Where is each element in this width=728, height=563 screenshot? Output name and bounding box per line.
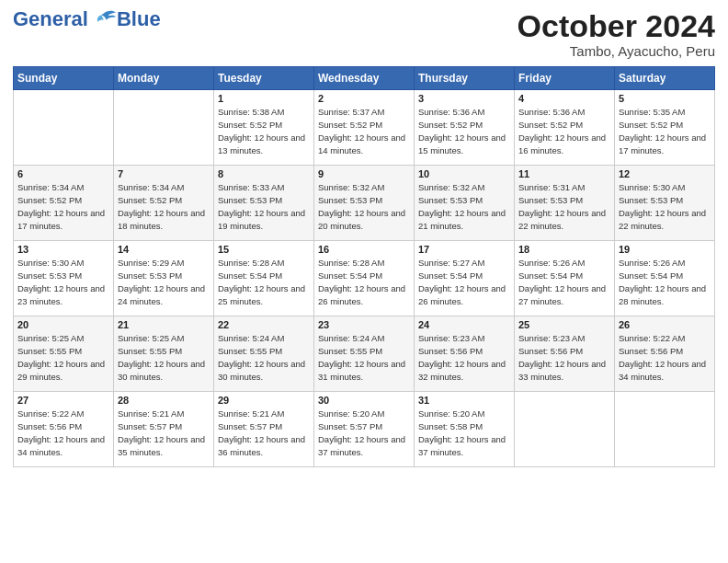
day-info: Sunrise: 5:22 AMSunset: 5:56 PMDaylight:…: [619, 332, 711, 383]
day-info: Sunrise: 5:32 AMSunset: 5:53 PMDaylight:…: [418, 181, 510, 232]
day-number: 23: [318, 319, 410, 330]
day-number: 11: [518, 168, 610, 179]
calendar-week-2: 6Sunrise: 5:34 AMSunset: 5:52 PMDaylight…: [14, 166, 715, 241]
day-info: Sunrise: 5:21 AMSunset: 5:57 PMDaylight:…: [118, 408, 210, 458]
calendar-cell-w3-d1: 13Sunrise: 5:30 AMSunset: 5:53 PMDayligh…: [14, 241, 114, 316]
day-info: Sunrise: 5:36 AMSunset: 5:52 PMDaylight:…: [418, 106, 510, 156]
calendar-week-5: 27Sunrise: 5:22 AMSunset: 5:56 PMDayligh…: [14, 392, 715, 467]
day-number: 13: [17, 244, 109, 255]
calendar-cell-w1-d4: 2Sunrise: 5:37 AMSunset: 5:52 PMDaylight…: [314, 90, 415, 166]
col-monday: Monday: [114, 67, 214, 90]
calendar-cell-w1-d7: 5Sunrise: 5:35 AMSunset: 5:52 PMDaylight…: [615, 90, 715, 166]
day-info: Sunrise: 5:38 AMSunset: 5:52 PMDaylight:…: [218, 106, 310, 156]
day-info: Sunrise: 5:24 AMSunset: 5:55 PMDaylight:…: [318, 332, 410, 383]
calendar-cell-w4-d3: 22Sunrise: 5:24 AMSunset: 5:55 PMDayligh…: [214, 316, 314, 392]
day-info: Sunrise: 5:30 AMSunset: 5:53 PMDaylight:…: [17, 257, 109, 307]
calendar-cell-w2-d5: 10Sunrise: 5:32 AMSunset: 5:53 PMDayligh…: [415, 166, 515, 241]
col-friday: Friday: [515, 67, 615, 90]
day-info: Sunrise: 5:27 AMSunset: 5:54 PMDaylight:…: [418, 257, 510, 307]
day-number: 10: [418, 168, 510, 179]
calendar-cell-w2-d7: 12Sunrise: 5:30 AMSunset: 5:53 PMDayligh…: [615, 166, 715, 241]
logo: General Blue: [13, 9, 161, 29]
day-number: 16: [318, 244, 410, 255]
day-number: 18: [518, 244, 610, 255]
day-number: 7: [118, 168, 210, 179]
calendar-cell-w1-d2: [114, 90, 214, 166]
calendar-cell-w4-d2: 21Sunrise: 5:25 AMSunset: 5:55 PMDayligh…: [114, 316, 214, 392]
day-info: Sunrise: 5:25 AMSunset: 5:55 PMDaylight:…: [118, 332, 210, 383]
day-number: 19: [619, 244, 711, 255]
day-info: Sunrise: 5:29 AMSunset: 5:53 PMDaylight:…: [118, 257, 210, 307]
calendar-cell-w3-d5: 17Sunrise: 5:27 AMSunset: 5:54 PMDayligh…: [415, 241, 515, 316]
day-number: 4: [518, 93, 610, 104]
calendar-header-row: Sunday Monday Tuesday Wednesday Thursday…: [14, 67, 715, 90]
day-info: Sunrise: 5:33 AMSunset: 5:53 PMDaylight:…: [218, 181, 310, 232]
day-info: Sunrise: 5:31 AMSunset: 5:53 PMDaylight:…: [518, 181, 610, 232]
day-number: 9: [318, 168, 410, 179]
day-info: Sunrise: 5:26 AMSunset: 5:54 PMDaylight:…: [518, 257, 610, 307]
day-number: 3: [418, 93, 510, 104]
calendar-cell-w5-d1: 27Sunrise: 5:22 AMSunset: 5:56 PMDayligh…: [14, 392, 114, 467]
day-info: Sunrise: 5:23 AMSunset: 5:56 PMDaylight:…: [418, 332, 510, 383]
title-block: October 2024 Tambo, Ayacucho, Peru: [518, 9, 715, 59]
calendar-cell-w1-d3: 1Sunrise: 5:38 AMSunset: 5:52 PMDaylight…: [214, 90, 314, 166]
day-info: Sunrise: 5:20 AMSunset: 5:58 PMDaylight:…: [418, 408, 510, 458]
day-info: Sunrise: 5:34 AMSunset: 5:52 PMDaylight:…: [17, 181, 109, 232]
day-number: 21: [118, 319, 210, 330]
day-info: Sunrise: 5:28 AMSunset: 5:54 PMDaylight:…: [318, 257, 410, 307]
calendar-cell-w3-d6: 18Sunrise: 5:26 AMSunset: 5:54 PMDayligh…: [515, 241, 615, 316]
calendar-cell-w2-d6: 11Sunrise: 5:31 AMSunset: 5:53 PMDayligh…: [515, 166, 615, 241]
day-number: 1: [218, 93, 310, 104]
day-number: 15: [218, 244, 310, 255]
calendar-cell-w3-d2: 14Sunrise: 5:29 AMSunset: 5:53 PMDayligh…: [114, 241, 214, 316]
day-number: 2: [318, 93, 410, 104]
day-number: 8: [218, 168, 310, 179]
day-number: 5: [619, 93, 711, 104]
day-number: 20: [17, 319, 109, 330]
calendar-cell-w1-d6: 4Sunrise: 5:36 AMSunset: 5:52 PMDaylight…: [515, 90, 615, 166]
day-info: Sunrise: 5:25 AMSunset: 5:55 PMDaylight:…: [17, 332, 109, 383]
day-number: 28: [118, 395, 210, 406]
logo-blue: Blue: [117, 9, 161, 29]
calendar-cell-w1-d1: [14, 90, 114, 166]
calendar-title: October 2024: [518, 9, 715, 43]
day-info: Sunrise: 5:28 AMSunset: 5:54 PMDaylight:…: [218, 257, 310, 307]
day-number: 24: [418, 319, 510, 330]
day-info: Sunrise: 5:36 AMSunset: 5:52 PMDaylight:…: [518, 106, 610, 156]
col-saturday: Saturday: [615, 67, 715, 90]
calendar-cell-w1-d5: 3Sunrise: 5:36 AMSunset: 5:52 PMDaylight…: [415, 90, 515, 166]
logo-text: General Blue: [13, 9, 161, 29]
day-info: Sunrise: 5:32 AMSunset: 5:53 PMDaylight:…: [318, 181, 410, 232]
col-thursday: Thursday: [415, 67, 515, 90]
calendar-cell-w5-d4: 30Sunrise: 5:20 AMSunset: 5:57 PMDayligh…: [314, 392, 415, 467]
calendar-week-1: 1Sunrise: 5:38 AMSunset: 5:52 PMDaylight…: [14, 90, 715, 166]
day-number: 12: [619, 168, 711, 179]
calendar-cell-w3-d3: 15Sunrise: 5:28 AMSunset: 5:54 PMDayligh…: [214, 241, 314, 316]
day-number: 30: [318, 395, 410, 406]
calendar-cell-w5-d3: 29Sunrise: 5:21 AMSunset: 5:57 PMDayligh…: [214, 392, 314, 467]
day-info: Sunrise: 5:20 AMSunset: 5:57 PMDaylight:…: [318, 408, 410, 458]
logo-general: General: [13, 9, 88, 29]
calendar-cell-w2-d3: 8Sunrise: 5:33 AMSunset: 5:53 PMDaylight…: [214, 166, 314, 241]
col-tuesday: Tuesday: [214, 67, 314, 90]
calendar-cell-w5-d7: [615, 392, 715, 467]
col-wednesday: Wednesday: [314, 67, 415, 90]
page-container: General Blue October 2024 Tambo, Ayacuch…: [0, 0, 728, 475]
calendar-cell-w5-d6: [515, 392, 615, 467]
day-number: 14: [118, 244, 210, 255]
day-info: Sunrise: 5:24 AMSunset: 5:55 PMDaylight:…: [218, 332, 310, 383]
calendar-cell-w4-d6: 25Sunrise: 5:23 AMSunset: 5:56 PMDayligh…: [515, 316, 615, 392]
day-number: 31: [418, 395, 510, 406]
calendar-cell-w2-d2: 7Sunrise: 5:34 AMSunset: 5:52 PMDaylight…: [114, 166, 214, 241]
day-info: Sunrise: 5:22 AMSunset: 5:56 PMDaylight:…: [17, 408, 109, 458]
calendar-cell-w4-d1: 20Sunrise: 5:25 AMSunset: 5:55 PMDayligh…: [14, 316, 114, 392]
day-number: 29: [218, 395, 310, 406]
day-info: Sunrise: 5:30 AMSunset: 5:53 PMDaylight:…: [619, 181, 711, 232]
calendar-cell-w3-d4: 16Sunrise: 5:28 AMSunset: 5:54 PMDayligh…: [314, 241, 415, 316]
calendar-cell-w5-d2: 28Sunrise: 5:21 AMSunset: 5:57 PMDayligh…: [114, 392, 214, 467]
day-info: Sunrise: 5:35 AMSunset: 5:52 PMDaylight:…: [619, 106, 711, 156]
day-number: 17: [418, 244, 510, 255]
calendar-week-4: 20Sunrise: 5:25 AMSunset: 5:55 PMDayligh…: [14, 316, 715, 392]
col-sunday: Sunday: [14, 67, 114, 90]
calendar-cell-w4-d5: 24Sunrise: 5:23 AMSunset: 5:56 PMDayligh…: [415, 316, 515, 392]
